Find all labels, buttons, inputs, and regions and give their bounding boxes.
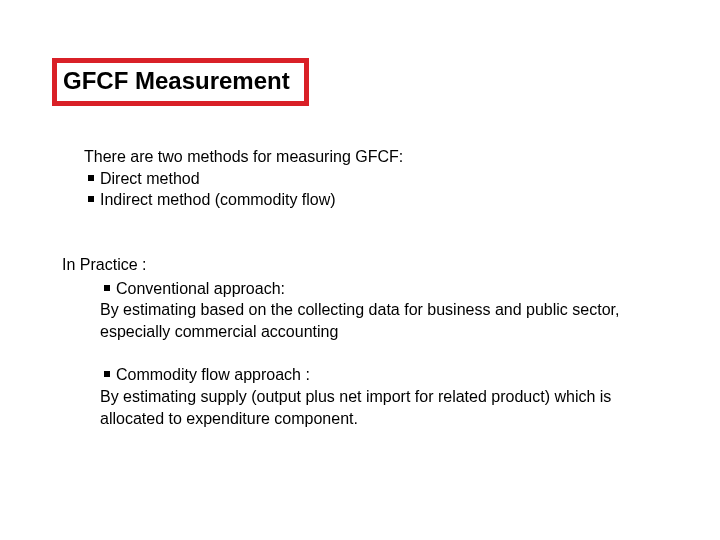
practice-item-2-body: By estimating supply (output plus net im… [100,386,622,429]
square-bullet-icon [104,285,110,291]
square-bullet-icon [104,371,110,377]
practice-item-2: Commodity flow approach : By estimating … [100,364,622,429]
practice-heading: In Practice : [62,254,622,276]
intro-bullet-2: Indirect method (commodity flow) [88,189,644,211]
intro-bullet-1-text: Direct method [100,168,200,190]
practice-item-1: Conventional approach: By estimating bas… [100,278,622,343]
intro-bullet-1: Direct method [88,168,644,190]
intro-lead: There are two methods for measuring GFCF… [84,146,644,168]
title-box: GFCF Measurement [52,58,309,106]
intro-block: There are two methods for measuring GFCF… [84,146,644,211]
slide-title: GFCF Measurement [63,67,290,95]
practice-item-2-title: Commodity flow approach : [116,364,310,386]
intro-bullet-2-text: Indirect method (commodity flow) [100,189,336,211]
practice-item-2-title-line: Commodity flow approach : [104,364,622,386]
practice-item-1-title: Conventional approach: [116,278,285,300]
square-bullet-icon [88,196,94,202]
practice-block: In Practice : Conventional approach: By … [62,254,622,429]
corner-decoration [0,470,280,540]
practice-item-1-body: By estimating based on the collecting da… [100,299,622,342]
practice-item-1-title-line: Conventional approach: [104,278,622,300]
square-bullet-icon [88,175,94,181]
